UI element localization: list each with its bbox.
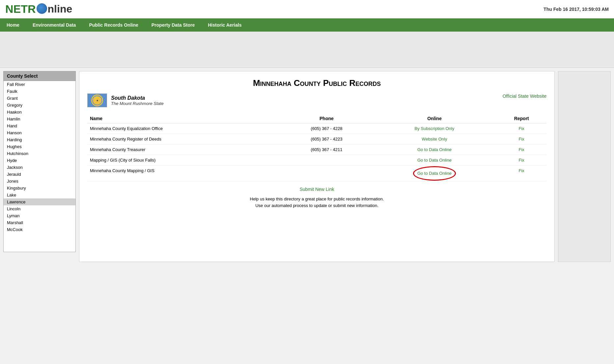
cell-online[interactable]: Go to Data Online <box>372 155 496 166</box>
county-item[interactable]: Marshall <box>4 219 75 226</box>
county-item[interactable]: Lyman <box>4 212 75 219</box>
header: NETRnline Thu Feb 16 2017, 10:59:03 AM <box>0 0 614 18</box>
county-item[interactable]: Hughes <box>4 143 75 150</box>
col-name: Name <box>87 114 281 123</box>
col-phone: Phone <box>281 114 372 123</box>
county-item[interactable]: Jackson <box>4 164 75 171</box>
cell-name: Minnehaha County Register of Deeds <box>87 134 281 144</box>
cell-online[interactable]: Go to Data Online <box>372 166 496 181</box>
county-item[interactable]: Jones <box>4 178 75 185</box>
fix-link[interactable]: Fix <box>519 147 524 152</box>
county-item[interactable]: Gregory <box>4 102 75 109</box>
county-item[interactable]: Hand <box>4 122 75 129</box>
globe-icon <box>37 3 47 14</box>
ad-banner <box>0 32 614 68</box>
cell-report[interactable]: Fix <box>496 155 546 166</box>
county-item[interactable]: McCook <box>4 226 75 233</box>
online-link[interactable]: Go to Data Online <box>417 158 452 163</box>
logo-text: NETRnline <box>5 3 72 15</box>
county-item[interactable]: Hanson <box>4 129 75 136</box>
state-flag-block: ★ South Dakota The Mount Rushmore State <box>87 93 164 107</box>
right-ad <box>558 71 611 262</box>
navbar: Home Environmental Data Public Records O… <box>0 18 614 32</box>
cell-report[interactable]: Fix <box>496 134 546 144</box>
nav-hist-aerials[interactable]: Historic Aerials <box>201 18 248 32</box>
cell-phone: (605) 367 - 4223 <box>281 134 372 144</box>
county-item[interactable]: Hamlin <box>4 116 75 122</box>
county-item[interactable]: Harding <box>4 136 75 143</box>
table-row: Minnehaha County Register of Deeds(605) … <box>87 134 546 144</box>
cell-name: Minnehaha County Mapping / GIS <box>87 166 281 181</box>
flag-seal: ★ <box>93 96 101 105</box>
cell-online[interactable]: Website Only <box>372 134 496 144</box>
county-item[interactable]: Hyde <box>4 157 75 164</box>
table-row: Minnehaha County Mapping / GISGo to Data… <box>87 166 546 181</box>
table-row: Minnehaha County Treasurer(605) 367 - 42… <box>87 144 546 155</box>
cell-phone: (605) 367 - 4228 <box>281 123 372 134</box>
submit-link[interactable]: Submit New Link <box>299 187 334 192</box>
records-tbody: Minnehaha County Equalization Office(605… <box>87 123 546 181</box>
records-table: Name Phone Online Report Minnehaha Count… <box>87 114 546 181</box>
online-link[interactable]: By Subscription Only <box>415 126 455 131</box>
submit-link-row: Submit New Link <box>87 187 546 192</box>
main-layout: County Select Fall RiverFaulkGrantGregor… <box>0 68 614 265</box>
cell-online[interactable]: Go to Data Online <box>372 144 496 155</box>
cell-online[interactable]: By Subscription Only <box>372 123 496 134</box>
table-row: Mapping / GIS (City of Sioux Falls)Go to… <box>87 155 546 166</box>
col-online: Online <box>372 114 496 123</box>
county-item[interactable]: Grant <box>4 95 75 102</box>
county-item[interactable]: Faulk <box>4 88 75 95</box>
logo[interactable]: NETRnline <box>5 3 72 15</box>
county-item[interactable]: Fall River <box>4 81 75 88</box>
official-state-link[interactable]: Official State Website <box>503 93 546 99</box>
cell-name: Mapping / GIS (City of Sioux Falls) <box>87 155 281 166</box>
county-item[interactable]: Lake <box>4 192 75 198</box>
sidebar: County Select Fall RiverFaulkGrantGregor… <box>3 71 76 262</box>
state-name-block: South Dakota The Mount Rushmore State <box>111 95 164 106</box>
go-to-data-online-circled-link[interactable]: Go to Data Online <box>417 171 452 176</box>
county-item[interactable]: Jerauld <box>4 171 75 178</box>
county-select-header: County Select <box>3 71 76 81</box>
state-name: South Dakota <box>111 95 164 101</box>
cell-report[interactable]: Fix <box>496 123 546 134</box>
nav-prop-data[interactable]: Property Data Store <box>145 18 201 32</box>
flag-inner: ★ <box>91 94 103 106</box>
col-report: Report <box>496 114 546 123</box>
cell-report[interactable]: Fix <box>496 144 546 155</box>
content-area: Minnehaha County Public Records ★ South … <box>79 71 555 262</box>
online-link[interactable]: Website Only <box>422 137 447 142</box>
content-title: Minnehaha County Public Records <box>87 78 546 88</box>
online-link[interactable]: Go to Data Online <box>417 147 452 152</box>
fix-link[interactable]: Fix <box>519 158 524 163</box>
state-flag: ★ <box>87 93 107 107</box>
nav-home[interactable]: Home <box>0 18 26 32</box>
cell-report[interactable]: Fix <box>496 166 546 181</box>
cell-phone <box>281 155 372 166</box>
circled-link-wrapper: Go to Data Online <box>412 168 457 178</box>
county-item[interactable]: Lincoln <box>4 205 75 212</box>
state-info-row: ★ South Dakota The Mount Rushmore State … <box>87 93 546 107</box>
fix-link[interactable]: Fix <box>519 168 524 173</box>
county-item[interactable]: Kingsbury <box>4 185 75 192</box>
nav-pub-records[interactable]: Public Records Online <box>82 18 145 32</box>
county-item[interactable]: Hutchinson <box>4 150 75 157</box>
nav-env-data[interactable]: Environmental Data <box>26 18 82 32</box>
cell-phone <box>281 166 372 181</box>
datetime: Thu Feb 16 2017, 10:59:03 AM <box>544 7 609 12</box>
county-item[interactable]: Haakon <box>4 109 75 116</box>
state-motto: The Mount Rushmore State <box>111 101 164 106</box>
county-list[interactable]: Fall RiverFaulkGrantGregoryHaakonHamlinH… <box>3 81 76 252</box>
cell-name: Minnehaha County Treasurer <box>87 144 281 155</box>
cell-phone: (605) 367 - 4211 <box>281 144 372 155</box>
footer-text: Help us keep this directory a great plac… <box>87 196 546 209</box>
table-row: Minnehaha County Equalization Office(605… <box>87 123 546 134</box>
cell-name: Minnehaha County Equalization Office <box>87 123 281 134</box>
fix-link[interactable]: Fix <box>519 126 524 131</box>
county-item[interactable]: Lawrence <box>4 198 75 205</box>
fix-link[interactable]: Fix <box>519 137 524 142</box>
